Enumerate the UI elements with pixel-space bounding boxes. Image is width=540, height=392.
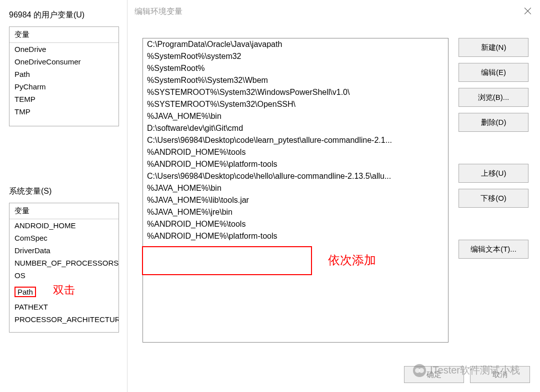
user-vars-list[interactable]: 变量 OneDrive OneDriveConsumer Path PyChar… bbox=[9, 26, 119, 126]
path-item[interactable]: %ANDROID_HOME%\tools bbox=[143, 218, 448, 230]
env-vars-background-panel: 96984 的用户变量(U) 变量 OneDrive OneDriveConsu… bbox=[0, 0, 125, 392]
path-item[interactable]: C:\Users\96984\Desktop\code\hello\allure… bbox=[143, 170, 448, 182]
path-item[interactable]: C:\Users\96984\Desktop\code\learn_pytest… bbox=[143, 134, 448, 146]
path-item[interactable]: %ANDROID_HOME%\platform-tools bbox=[143, 158, 448, 170]
move-up-button[interactable]: 上移(U) bbox=[458, 164, 528, 183]
path-item[interactable]: %JAVA_HOME%\bin bbox=[143, 182, 448, 194]
path-item[interactable]: %ANDROID_HOME%\tools bbox=[143, 146, 448, 158]
dialog-title: 编辑环境变量 bbox=[134, 6, 182, 17]
path-item[interactable]: %SYSTEMROOT%\System32\OpenSSH\ bbox=[143, 98, 448, 110]
sys-var-item[interactable]: OS bbox=[10, 269, 118, 282]
path-item[interactable]: %SystemRoot%\System32\Wbem bbox=[143, 74, 448, 86]
user-vars-label: 96984 的用户变量(U) bbox=[9, 10, 125, 20]
edit-text-button[interactable]: 编辑文本(T)... bbox=[458, 240, 528, 259]
column-header-variable: 变量 bbox=[10, 203, 118, 219]
delete-button[interactable]: 删除(D) bbox=[458, 113, 528, 132]
system-vars-list[interactable]: 变量 ANDROID_HOME ComSpec DriverData NUMBE… bbox=[9, 203, 119, 333]
path-item[interactable]: %SystemRoot%\system32 bbox=[143, 50, 448, 62]
user-var-item[interactable]: OneDrive bbox=[10, 43, 118, 55]
dialog-button-column: 新建(N) 编辑(E) 浏览(B)... 删除(D) 上移(U) 下移(O) 编… bbox=[458, 38, 528, 343]
sys-var-item-path[interactable]: Path 双击 bbox=[10, 282, 118, 301]
dialog-footer: 确定 取消 bbox=[404, 366, 530, 383]
path-item[interactable]: %JAVA_HOME%\jre\bin bbox=[143, 206, 448, 218]
ok-button[interactable]: 确定 bbox=[404, 366, 464, 383]
annotation-add-sequentially: 依次添加 bbox=[328, 252, 376, 268]
edit-env-var-dialog: 编辑环境变量 C:\ProgramData\Oracle\Java\javapa… bbox=[127, 0, 540, 392]
user-var-item[interactable]: Path bbox=[10, 68, 118, 80]
sys-var-item[interactable]: PROCESSOR_ARCHITECTURE bbox=[10, 313, 118, 326]
user-var-item[interactable]: OneDriveConsumer bbox=[10, 55, 118, 68]
sys-var-item[interactable]: ANDROID_HOME bbox=[10, 219, 118, 232]
path-item[interactable]: %SYSTEMROOT%\System32\WindowsPowerShell\… bbox=[143, 86, 448, 98]
edit-button[interactable]: 编辑(E) bbox=[458, 63, 528, 82]
path-item[interactable]: %JAVA_HOME%\bin bbox=[143, 110, 448, 122]
path-item[interactable]: D:\software\dev\git\Git\cmd bbox=[143, 122, 448, 134]
annotation-double-click: 双击 bbox=[53, 283, 75, 298]
new-button[interactable]: 新建(N) bbox=[458, 38, 528, 57]
path-item[interactable]: %JAVA_HOME%\lib\tools.jar bbox=[143, 194, 448, 206]
sys-var-item[interactable]: DriverData bbox=[10, 244, 118, 257]
sys-var-item[interactable]: PATHEXT bbox=[10, 301, 118, 313]
browse-button[interactable]: 浏览(B)... bbox=[458, 88, 528, 107]
column-header-variable: 变量 bbox=[10, 27, 118, 43]
sys-var-item[interactable]: ComSpec bbox=[10, 232, 118, 244]
close-icon[interactable] bbox=[523, 6, 533, 16]
user-var-item[interactable]: TMP bbox=[10, 105, 118, 118]
path-values-list[interactable]: C:\ProgramData\Oracle\Java\javapath %Sys… bbox=[142, 38, 448, 343]
move-down-button[interactable]: 下移(O) bbox=[458, 189, 528, 208]
annotation-highlight-box bbox=[142, 246, 312, 275]
user-var-item[interactable]: TEMP bbox=[10, 93, 118, 105]
cancel-button[interactable]: 取消 bbox=[470, 366, 530, 383]
system-vars-label: 系统变量(S) bbox=[9, 186, 125, 197]
path-item[interactable]: %ANDROID_HOME%\platform-tools bbox=[143, 230, 448, 242]
path-item[interactable]: C:\ProgramData\Oracle\Java\javapath bbox=[143, 38, 448, 50]
dialog-titlebar: 编辑环境变量 bbox=[128, 0, 540, 23]
path-item[interactable]: %SystemRoot% bbox=[143, 62, 448, 74]
path-highlighted[interactable]: Path bbox=[14, 287, 36, 297]
sys-var-item[interactable]: NUMBER_OF_PROCESSORS bbox=[10, 257, 118, 269]
user-var-item[interactable]: PyCharm bbox=[10, 80, 118, 93]
